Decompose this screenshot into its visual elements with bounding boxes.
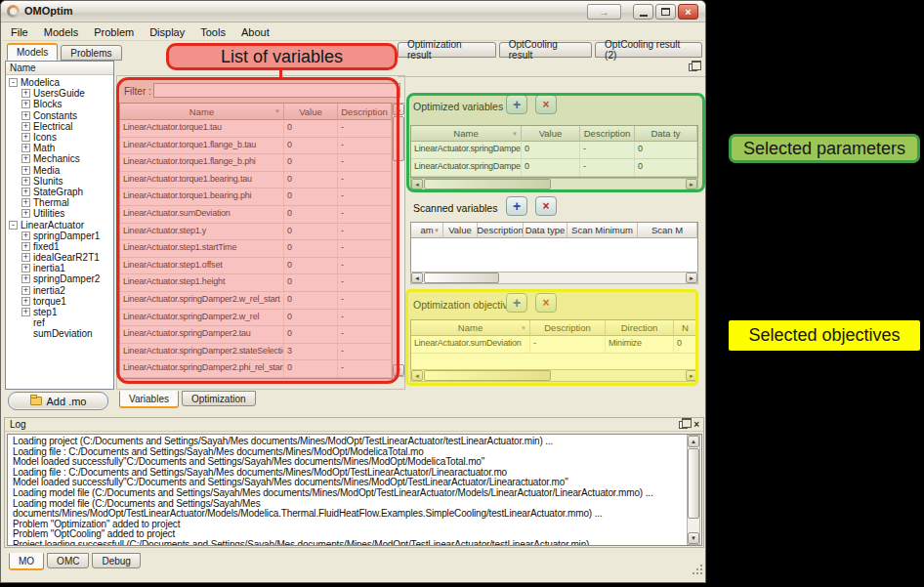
result-tab[interactable]: OptCooling result (2) [595, 42, 702, 58]
close-icon[interactable]: × [693, 420, 699, 430]
tree-twisty-icon[interactable] [21, 297, 30, 306]
tree-twisty-icon[interactable] [21, 242, 30, 251]
result-tabs: Optimization resultOptCooling resultOptC… [398, 42, 705, 58]
tree-twisty-icon[interactable] [21, 177, 30, 186]
tree-item[interactable]: Icons [6, 132, 113, 143]
tree-item[interactable]: idealGearR2T1 [6, 252, 113, 263]
result-tab[interactable]: Optimization result [398, 42, 496, 58]
tree-item[interactable]: UsersGuide [6, 88, 113, 99]
resize-grip-icon[interactable] [693, 572, 694, 574]
tree-item[interactable]: Constants [6, 110, 113, 121]
close-button[interactable]: × [678, 4, 698, 20]
tree-item[interactable]: Utilities [6, 208, 113, 219]
tree-item[interactable]: Media [6, 165, 113, 176]
tree-item[interactable]: fixed1 [6, 241, 113, 252]
tree-item[interactable]: Modelica [6, 77, 113, 88]
scroll-left-icon[interactable]: ◄ [411, 273, 423, 283]
log-source-tabs: MOOMCDebug [9, 553, 144, 570]
view-tab[interactable]: Optimization [182, 391, 256, 406]
tree-twisty-icon[interactable] [21, 198, 30, 207]
tree-twisty-icon[interactable] [21, 144, 30, 152]
log-titlebar[interactable]: Log × [5, 418, 703, 432]
tree-header[interactable]: Name [6, 62, 113, 75]
scroll-right-icon[interactable]: ► [686, 273, 697, 283]
column-header[interactable]: Description [478, 223, 524, 238]
column-header[interactable]: Data type [524, 223, 567, 238]
tree-item-label: UsersGuide [33, 88, 85, 99]
tree-item[interactable]: inertia2 [6, 285, 113, 296]
tree-twisty-icon[interactable] [21, 89, 30, 98]
tree-twisty-icon[interactable] [21, 100, 30, 108]
tree-twisty-icon[interactable] [21, 133, 30, 142]
forward-arrow-button[interactable]: → [587, 4, 621, 20]
menu-item[interactable]: File [3, 24, 36, 40]
tree-item[interactable]: Thermal [6, 197, 113, 208]
tree-item[interactable]: Mechanics [6, 153, 113, 164]
tree-twisty-icon[interactable] [21, 154, 30, 163]
minimize-icon [640, 15, 648, 17]
result-tab[interactable]: OptCooling result [499, 42, 592, 58]
scroll-down-icon[interactable]: ▼ [688, 532, 699, 544]
tree-item[interactable]: SIunits [6, 176, 113, 187]
maximize-button[interactable] [655, 4, 676, 20]
column-header[interactable]: Scan M [638, 223, 697, 238]
tree-twisty-icon[interactable] [21, 264, 30, 273]
add-mo-button[interactable]: Add .mo [8, 392, 108, 410]
tree-twisty-icon[interactable] [21, 188, 30, 196]
tree-twisty-icon[interactable] [21, 111, 30, 120]
scroll-up-icon[interactable]: ▲ [688, 436, 699, 447]
scanned-variables-hscrollbar[interactable]: ◄ ► [410, 272, 698, 284]
tree-twisty-icon[interactable] [9, 78, 18, 87]
tree-twisty-icon[interactable] [21, 274, 30, 283]
add-scanned-variable-button[interactable]: + [506, 196, 527, 216]
tree-item[interactable]: torque1 [6, 296, 113, 307]
log-scrollbar[interactable]: ▲ ▼ [687, 435, 700, 545]
tree-item-label: Mechanics [33, 153, 80, 164]
tree-twisty-icon[interactable] [9, 221, 18, 230]
column-header[interactable]: Scan Minimum [567, 223, 638, 238]
annotation-objectives-region [405, 289, 698, 386]
tree-item[interactable]: step1 [6, 307, 113, 317]
tree-twisty-icon[interactable] [21, 122, 30, 131]
panel-tab[interactable]: Problems [61, 45, 121, 61]
log-tab[interactable]: OMC [47, 553, 89, 568]
titlebar[interactable]: OMOptim → × [1, 1, 705, 22]
float-window-icon[interactable] [689, 63, 697, 71]
tree-twisty-icon[interactable] [21, 209, 30, 218]
tree-item[interactable]: StateGraph [6, 187, 113, 197]
column-header[interactable]: Value [443, 223, 478, 238]
menu-item[interactable]: Models [36, 24, 86, 40]
scrollbar-thumb[interactable] [688, 448, 699, 519]
tree-item[interactable]: Blocks [6, 99, 113, 109]
scrollbar-thumb[interactable] [424, 273, 499, 283]
log-tab[interactable]: Debug [92, 553, 140, 568]
menu-item[interactable]: About [233, 24, 277, 40]
tree-item[interactable]: Math [6, 143, 113, 153]
log-line: Model loaded successfully"C:/Documents a… [13, 478, 686, 488]
delete-icon: × [542, 199, 549, 213]
tree-item[interactable]: springDamper1 [6, 231, 113, 241]
minimize-button[interactable] [633, 4, 653, 20]
float-window-icon[interactable] [679, 421, 688, 429]
view-tab[interactable]: Variables [119, 391, 179, 408]
tree-twisty-icon[interactable] [21, 166, 30, 175]
remove-scanned-variable-button[interactable]: × [535, 196, 557, 216]
tree-twisty-icon[interactable] [21, 253, 30, 262]
panel-tab[interactable]: Models [7, 43, 58, 61]
tree-item[interactable]: inertia1 [6, 263, 113, 273]
tree-twisty-icon[interactable] [21, 286, 30, 295]
menu-item[interactable]: Display [142, 24, 192, 40]
tree-item[interactable]: sumDeviation [6, 328, 113, 339]
column-header[interactable]: am [411, 223, 443, 238]
tree-twisty-icon[interactable] [21, 231, 30, 240]
tree-item-label: Utilities [33, 208, 64, 219]
menu-item[interactable]: Tools [192, 24, 233, 40]
close-icon: × [685, 6, 691, 18]
tree-item[interactable]: LinearActuator [6, 219, 113, 230]
tree-item[interactable]: ref [6, 317, 113, 328]
log-tab[interactable]: MO [9, 553, 44, 570]
tree-item[interactable]: springDamper2 [6, 273, 113, 284]
menu-item[interactable]: Problem [86, 24, 142, 40]
tree-item[interactable]: Electrical [6, 121, 113, 132]
tree-twisty-icon[interactable] [21, 308, 30, 316]
